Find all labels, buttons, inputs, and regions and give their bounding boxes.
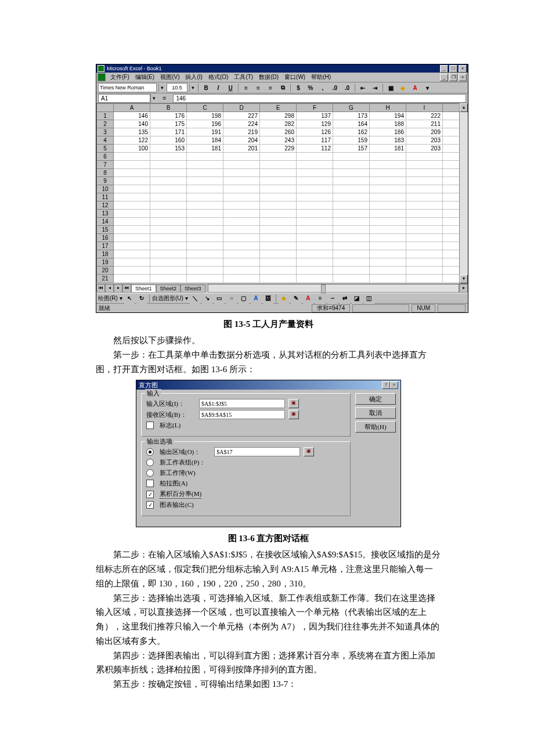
formula-input[interactable]: 146 (173, 94, 466, 103)
name-box[interactable]: A1 (98, 94, 150, 103)
menu-tools[interactable]: 工具(T) (232, 73, 255, 81)
labels-checkbox[interactable] (146, 422, 154, 429)
new-sheet-radio[interactable] (146, 459, 154, 466)
menu-help[interactable]: 帮助(H) (309, 73, 333, 81)
cell[interactable] (297, 210, 333, 218)
cell[interactable] (260, 177, 297, 185)
cell[interactable] (297, 185, 333, 193)
col-header[interactable]: A (114, 104, 150, 112)
cell[interactable] (260, 193, 297, 201)
rectangle-button[interactable]: ▭ (214, 293, 225, 304)
cell[interactable] (333, 226, 370, 234)
cell[interactable]: 227 (223, 112, 260, 120)
cell[interactable] (406, 226, 443, 234)
menu-insert[interactable]: 插入(I) (183, 73, 204, 81)
cell[interactable] (114, 193, 150, 201)
cell[interactable] (443, 275, 460, 283)
cell[interactable]: 260 (260, 128, 297, 136)
cell[interactable] (114, 267, 150, 275)
row-header[interactable]: 11 (97, 193, 114, 201)
cell[interactable] (370, 275, 406, 283)
col-header[interactable]: C (187, 104, 223, 112)
col-header[interactable]: I (406, 104, 443, 112)
sheet-tab-2[interactable]: Sheet2 (156, 285, 181, 293)
cell[interactable] (223, 185, 260, 193)
select-objects-button[interactable]: ↖ (124, 293, 135, 304)
cell[interactable] (406, 275, 443, 283)
row-header[interactable]: 4 (97, 136, 114, 145)
cell[interactable] (114, 258, 150, 267)
cell[interactable] (260, 153, 297, 161)
cell[interactable] (150, 218, 187, 226)
cell[interactable] (443, 250, 460, 258)
cell[interactable] (443, 169, 460, 177)
cell[interactable] (333, 267, 370, 275)
row-header[interactable]: 9 (97, 177, 114, 185)
cell[interactable] (443, 161, 460, 169)
cell[interactable] (406, 250, 443, 258)
wordart-button[interactable]: A (251, 293, 261, 304)
cell[interactable] (333, 193, 370, 201)
cell[interactable] (114, 161, 150, 169)
row-header[interactable]: 15 (97, 226, 114, 234)
cell[interactable] (370, 185, 406, 193)
cell[interactable] (223, 258, 260, 267)
merge-button[interactable]: ⧉ (277, 82, 288, 93)
cell[interactable] (406, 153, 443, 161)
cell[interactable] (443, 226, 460, 234)
sheet-tab-3[interactable]: Sheet3 (181, 285, 205, 293)
tab-first-button[interactable]: ⏮ (96, 284, 105, 293)
cell[interactable] (223, 161, 260, 169)
cell[interactable] (406, 210, 443, 218)
cell[interactable] (260, 169, 297, 177)
cell[interactable] (150, 226, 187, 234)
cell[interactable] (297, 258, 333, 267)
cell[interactable] (260, 210, 297, 218)
cell[interactable] (223, 169, 260, 177)
bin-range-field[interactable]: $A$9:$A$15 (199, 410, 285, 419)
cell[interactable] (150, 210, 187, 218)
cell[interactable] (297, 267, 333, 275)
scroll-right-button[interactable]: ▸ (459, 284, 468, 293)
cell[interactable]: 219 (223, 128, 260, 136)
cell[interactable]: 153 (150, 145, 187, 153)
cell[interactable] (406, 218, 443, 226)
cell[interactable] (223, 218, 260, 226)
cell[interactable] (187, 201, 223, 210)
cumulative-checkbox[interactable] (146, 491, 154, 498)
cell[interactable] (187, 250, 223, 258)
cell[interactable] (333, 201, 370, 210)
menu-data[interactable]: 数据(D) (257, 73, 281, 81)
cell[interactable]: 188 (370, 120, 406, 128)
decrease-decimal-button[interactable]: .0 (342, 82, 352, 93)
tab-prev-button[interactable]: ◂ (105, 284, 114, 293)
cell[interactable] (223, 193, 260, 201)
cell[interactable] (260, 226, 297, 234)
cancel-button[interactable]: 取消 (355, 407, 396, 419)
cell[interactable] (260, 234, 297, 242)
cell[interactable]: 162 (333, 128, 370, 136)
3d-button[interactable]: ◫ (364, 293, 374, 304)
line-style-button[interactable]: ≡ (315, 293, 326, 304)
cell[interactable] (223, 177, 260, 185)
row-header[interactable]: 12 (97, 201, 114, 210)
cell[interactable] (443, 258, 460, 267)
cell[interactable] (333, 185, 370, 193)
cell[interactable] (150, 153, 187, 161)
cell[interactable] (114, 169, 150, 177)
cell[interactable]: 181 (370, 145, 406, 153)
cell[interactable] (406, 177, 443, 185)
cell[interactable]: 183 (370, 136, 406, 145)
autoshapes-menu[interactable]: 自选图形(U) (152, 294, 183, 303)
cell[interactable] (114, 234, 150, 242)
cell[interactable] (223, 250, 260, 258)
cell[interactable] (187, 177, 223, 185)
bin-range-ref-icon[interactable]: ▣ (288, 410, 299, 419)
cell[interactable]: 191 (187, 128, 223, 136)
cell[interactable] (187, 185, 223, 193)
cell[interactable]: 176 (150, 112, 187, 120)
cell[interactable]: 203 (406, 145, 443, 153)
cell[interactable] (333, 169, 370, 177)
cell[interactable] (406, 185, 443, 193)
cell[interactable] (223, 275, 260, 283)
